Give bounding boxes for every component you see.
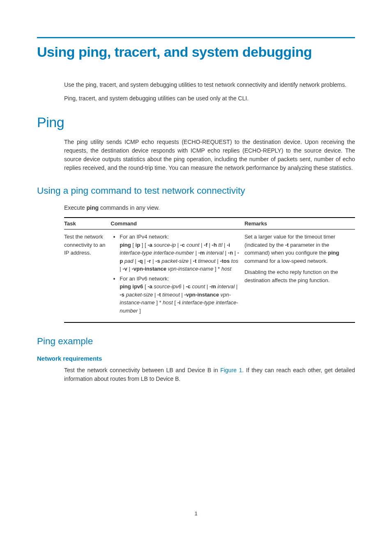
intro-cmd: ping <box>86 204 99 211</box>
pe-pre: Test the network connectivity between LB… <box>64 367 220 373</box>
ipv6-label: For an IPv6 network: <box>120 276 169 282</box>
ipv6-command: ping ipv6 [ -a source-ipv6 | -c count | … <box>120 283 238 314</box>
intro-paragraph-1: Use the ping, tracert, and system debugg… <box>64 81 355 89</box>
ipv4-item: For an IPv4 network: ping [ ip ] [ -a so… <box>120 233 240 273</box>
intro-pre: Execute <box>64 204 86 211</box>
using-ping-intro: Execute ping commands in any view. <box>64 204 355 212</box>
ping-example-paragraph: Test the network connectivity between LB… <box>64 366 355 383</box>
ipv4-command: ping [ ip ] [ -a source-ip | -c count | … <box>120 242 239 272</box>
intro-paragraph-2: Ping, tracert, and system debugging util… <box>64 94 355 103</box>
th-command: Command <box>111 218 244 229</box>
page-title: Using ping, tracert, and system debuggin… <box>37 44 355 60</box>
remarks-p2: Disabling the echo reply function on the… <box>244 268 351 284</box>
ping-example-block: Test the network connectivity between LB… <box>64 366 355 383</box>
ipv4-label: For an IPv4 network: <box>120 234 169 240</box>
ping-paragraph: The ping utility sends ICMP echo request… <box>64 138 355 172</box>
remarks-p1: Set a larger value for the timeout timer… <box>244 233 351 265</box>
command-table: Task Command Remarks Test the network co… <box>64 217 355 323</box>
subsection-using-ping: Using a ping command to test network con… <box>37 185 355 196</box>
network-requirements-heading: Network requirements <box>37 355 355 362</box>
cell-command: For an IPv4 network: ping [ ip ] [ -a so… <box>111 229 244 323</box>
page: Using ping, tracert, and system debuggin… <box>0 0 392 533</box>
page-number: 1 <box>0 510 392 517</box>
subsection-ping-example: Ping example <box>37 336 355 347</box>
th-remarks: Remarks <box>244 218 355 229</box>
table-row: Test the network connectivity to an IP a… <box>64 229 355 323</box>
figure-1-link[interactable]: Figure 1 <box>220 367 242 373</box>
cell-remarks: Set a larger value for the timeout timer… <box>244 229 355 323</box>
table-header-row: Task Command Remarks <box>64 218 355 229</box>
using-ping-block: Execute ping commands in any view. Task … <box>64 204 355 323</box>
top-rule <box>37 37 355 38</box>
th-task: Task <box>64 218 111 229</box>
command-list: For an IPv4 network: ping [ ip ] [ -a so… <box>111 233 240 315</box>
intro-block: Use the ping, tracert, and system debugg… <box>64 81 355 103</box>
ipv6-item: For an IPv6 network: ping ipv6 [ -a sour… <box>120 275 240 315</box>
cell-task: Test the network connectivity to an IP a… <box>64 229 111 323</box>
intro-post: commands in any view. <box>99 204 160 211</box>
ping-block: The ping utility sends ICMP echo request… <box>64 138 355 172</box>
section-heading-ping: Ping <box>37 114 355 130</box>
